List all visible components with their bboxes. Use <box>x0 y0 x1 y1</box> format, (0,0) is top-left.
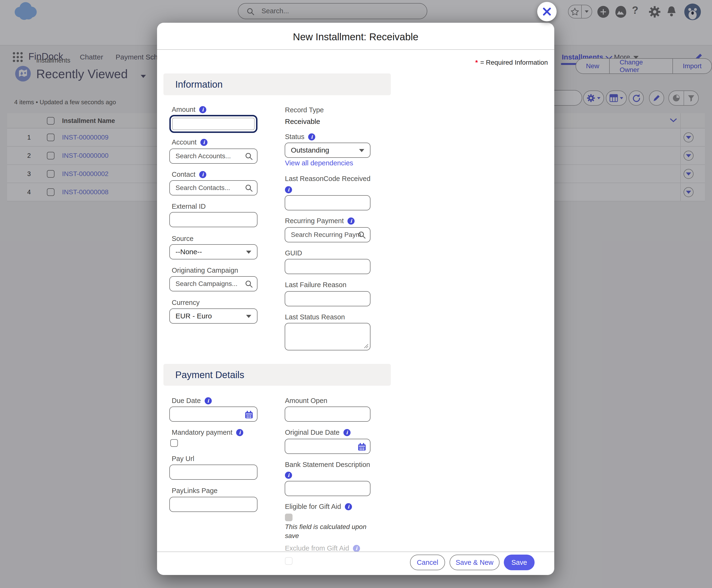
section-information[interactable]: Information <box>164 74 391 95</box>
amount-open-field <box>285 406 370 422</box>
account-search-input[interactable] <box>170 149 257 163</box>
paylinks-page-field <box>169 497 257 512</box>
select-caret-icon <box>246 315 251 318</box>
paylinks-page-input[interactable] <box>170 497 257 511</box>
section-title: Information <box>175 74 391 95</box>
amount-open-input[interactable] <box>285 407 370 421</box>
guid-label: GUID <box>285 249 302 257</box>
originating-campaign-label: Originating Campaign <box>172 267 238 274</box>
mandatory-payment-checkbox[interactable] <box>170 439 178 447</box>
bank-statement-description-input[interactable] <box>285 481 370 496</box>
view-all-dependencies-link[interactable]: View all dependencies <box>285 159 353 167</box>
modal-header-divider <box>157 49 554 50</box>
calendar-icon[interactable] <box>245 410 253 419</box>
status-label: Statusi <box>285 133 315 141</box>
last-status-reason-label: Last Status Reason <box>285 313 345 321</box>
gift-aid-note-line2: save <box>285 532 299 540</box>
campaign-search-input[interactable] <box>170 277 257 291</box>
section-title: Payment Details <box>175 364 391 386</box>
new-installment-modal: New Installment: Receivable *= Required … <box>157 23 554 575</box>
amount-input[interactable] <box>171 116 256 131</box>
amount-open-label: Amount Open <box>285 397 327 405</box>
original-due-date-label: Original Due Datei <box>285 428 350 436</box>
search-icon <box>245 280 253 288</box>
info-icon[interactable]: i <box>343 429 350 436</box>
source-select[interactable]: --None-- <box>169 244 257 259</box>
recurring-payment-label: Recurring Paymenti <box>285 217 354 225</box>
due-date-label: Due Datei <box>172 397 212 405</box>
contact-label: Contacti <box>172 171 206 178</box>
info-icon[interactable]: i <box>285 186 292 193</box>
account-lookup <box>169 149 257 164</box>
pay-url-label: Pay Url <box>172 455 194 463</box>
due-date-field <box>169 406 257 422</box>
contact-lookup <box>169 180 257 195</box>
info-icon[interactable]: i <box>204 397 212 404</box>
info-icon[interactable]: i <box>200 139 208 146</box>
original-due-date-field <box>285 439 370 454</box>
info-icon[interactable]: i <box>347 217 354 225</box>
required-asterisk: * <box>475 59 478 66</box>
due-date-input[interactable] <box>170 407 257 421</box>
info-icon[interactable]: i <box>236 429 243 436</box>
calendar-icon[interactable] <box>358 443 366 451</box>
info-icon: i <box>353 545 360 552</box>
mandatory-payment-label: Mandatory paymenti <box>172 428 243 436</box>
section-payment-details[interactable]: Payment Details <box>164 364 391 386</box>
amount-field <box>169 115 257 133</box>
info-icon[interactable]: i <box>345 503 352 510</box>
recurring-payment-search-input[interactable] <box>285 228 370 242</box>
search-icon <box>245 152 253 161</box>
required-information-note: *= Required Information <box>425 59 548 66</box>
status-select[interactable]: Outstanding <box>285 143 370 158</box>
bank-statement-description-field <box>285 481 370 496</box>
info-icon[interactable]: i <box>308 133 315 141</box>
record-type-label: Record Type <box>285 106 324 114</box>
search-icon <box>358 231 366 239</box>
pay-url-input[interactable] <box>170 465 257 479</box>
last-status-reason-textarea[interactable] <box>285 323 370 350</box>
modal-close-button[interactable] <box>537 2 557 21</box>
save-and-new-button[interactable]: Save & New <box>450 554 499 570</box>
last-failure-reason-label: Last Failure Reason <box>285 281 347 289</box>
guid-field <box>285 259 370 274</box>
status-value: Outstanding <box>285 143 370 157</box>
original-due-date-input[interactable] <box>285 439 370 454</box>
info-icon[interactable]: i <box>199 106 206 113</box>
select-caret-icon <box>359 149 364 152</box>
last-reasoncode-label: Last ReasonCode Received <box>285 175 370 183</box>
info-icon[interactable]: i <box>285 472 292 479</box>
last-failure-reason-field <box>285 291 370 306</box>
record-type-value: Receivable <box>285 118 320 126</box>
exclude-gift-aid-label: Exclude from Gift Aidi <box>285 544 360 552</box>
cancel-button[interactable]: Cancel <box>410 554 445 570</box>
last-failure-reason-input[interactable] <box>285 292 370 306</box>
modal-title: New Installment: Receivable <box>157 31 554 43</box>
contact-search-input[interactable] <box>170 181 257 195</box>
resize-handle-icon[interactable] <box>363 343 369 349</box>
select-caret-icon <box>246 251 251 254</box>
source-value: --None-- <box>170 245 257 259</box>
currency-select[interactable]: EUR - Euro <box>169 309 257 323</box>
eligible-gift-aid-checkbox-disabled <box>285 513 293 521</box>
last-reasoncode-input[interactable] <box>285 196 370 210</box>
guid-input[interactable] <box>285 259 370 274</box>
source-label: Source <box>172 235 194 243</box>
currency-value: EUR - Euro <box>170 309 257 323</box>
account-label: Accounti <box>172 138 208 146</box>
app-window: ? FinDock Chatter Payment Sche Installme… <box>0 0 712 588</box>
amount-label: Amounti <box>172 106 206 113</box>
external-id-field <box>169 212 257 227</box>
external-id-input[interactable] <box>170 212 257 227</box>
info-icon[interactable]: i <box>199 171 206 178</box>
bank-statement-description-label: Bank Statement Description <box>285 461 370 468</box>
close-icon <box>542 7 552 16</box>
campaign-lookup <box>169 276 257 291</box>
last-reasoncode-field <box>285 195 370 210</box>
external-id-label: External ID <box>172 203 206 210</box>
paylinks-page-label: PayLinks Page <box>172 487 217 495</box>
gift-aid-note-line1: This field is calculated upon <box>285 523 366 531</box>
recurring-payment-lookup <box>285 227 370 243</box>
eligible-gift-aid-label: Eligible for Gift Aidi <box>285 503 352 510</box>
save-button[interactable]: Save <box>504 554 535 570</box>
